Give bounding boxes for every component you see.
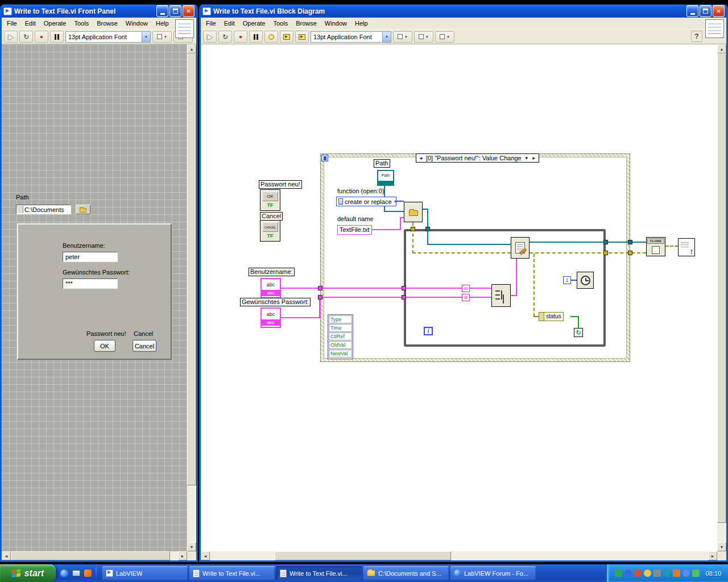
wire-string[interactable] xyxy=(400,217,401,230)
tray-icon[interactable] xyxy=(653,569,661,577)
menu-file[interactable]: File xyxy=(3,18,21,28)
string-conversion-node[interactable] xyxy=(462,285,470,292)
previous-case-icon[interactable]: ◄ xyxy=(419,156,423,161)
default-name-label[interactable]: default name xyxy=(337,215,374,222)
scroll-down-button[interactable]: ▼ xyxy=(187,542,196,551)
username-field[interactable]: peter xyxy=(63,252,118,262)
username-terminal-label[interactable]: Benutzername: xyxy=(249,268,295,276)
scroll-up-button[interactable]: ▲ xyxy=(717,44,726,53)
menu-edit[interactable]: Edit xyxy=(220,18,239,28)
menu-edit[interactable]: Edit xyxy=(21,18,40,28)
scroll-thumb[interactable] xyxy=(717,53,726,523)
scroll-up-button[interactable]: ▲ xyxy=(187,44,196,53)
font-dropdown-icon[interactable]: ▼ xyxy=(382,32,391,42)
taskbar-clock[interactable]: 08:10 xyxy=(705,570,721,577)
horizontal-scrollbar[interactable]: ◄ ► xyxy=(2,551,187,560)
scroll-left-button[interactable]: ◄ xyxy=(2,551,11,560)
tray-icon[interactable] xyxy=(644,569,651,577)
wire-string[interactable] xyxy=(281,317,320,318)
event-data-node[interactable]: Type Time CtlRef OldVal NewVal xyxy=(328,314,353,359)
task-button-labview[interactable]: LabVIEW xyxy=(102,566,188,580)
abort-button[interactable]: ● xyxy=(35,31,48,43)
scroll-thumb[interactable] xyxy=(275,551,451,560)
tunnel[interactable] xyxy=(318,286,322,290)
username-string-terminal[interactable]: abc abc xyxy=(260,278,281,298)
wire-string[interactable] xyxy=(400,217,404,218)
vi-icon-thumbnail[interactable] xyxy=(705,19,724,38)
wire-error[interactable] xyxy=(665,246,678,247)
tunnel[interactable] xyxy=(402,286,406,290)
menu-operate[interactable]: Operate xyxy=(239,18,270,28)
run-continuous-button[interactable]: ↻ xyxy=(19,31,33,43)
browse-button[interactable] xyxy=(76,205,90,214)
menu-operate[interactable]: Operate xyxy=(40,18,71,28)
pause-button[interactable] xyxy=(249,31,263,43)
step-over-button[interactable] xyxy=(295,31,309,43)
wire-refnum[interactable] xyxy=(427,244,511,245)
font-dropdown-icon[interactable]: ▼ xyxy=(142,32,150,42)
open-create-replace-file-node[interactable] xyxy=(404,202,423,222)
wire-string[interactable] xyxy=(470,297,491,298)
wait-constant[interactable]: 1 xyxy=(563,276,571,284)
tunnel[interactable] xyxy=(628,240,632,244)
event-timeout-terminal[interactable] xyxy=(321,155,328,161)
menu-help[interactable]: Help xyxy=(152,18,173,28)
highlight-execution-button[interactable] xyxy=(264,31,278,43)
show-desktop-icon[interactable] xyxy=(72,570,80,576)
path-label[interactable]: Path xyxy=(16,194,29,201)
scroll-left-button[interactable]: ◄ xyxy=(201,551,210,560)
menu-help[interactable]: Help xyxy=(351,18,372,28)
vertical-scrollbar[interactable]: ▲ ▼ xyxy=(717,44,726,551)
next-case-icon[interactable]: ► xyxy=(532,156,536,161)
distribute-objects-dropdown[interactable]: ▼ xyxy=(414,31,433,43)
menu-browse[interactable]: Browse xyxy=(292,18,321,28)
password-field[interactable]: *** xyxy=(63,278,118,289)
wire-string[interactable] xyxy=(470,288,491,289)
vertical-scrollbar[interactable]: ▲ ▼ xyxy=(187,44,196,551)
iteration-terminal[interactable]: i xyxy=(424,327,433,335)
task-button-front-panel[interactable]: Write to Text File.vi... xyxy=(189,566,275,580)
tunnel[interactable] xyxy=(411,227,415,231)
cancel-button-terminal[interactable]: CANCEL TF xyxy=(260,220,280,242)
menu-browse[interactable]: Browse xyxy=(93,18,122,28)
wire-string[interactable] xyxy=(371,229,401,230)
context-help-button[interactable]: ? xyxy=(691,31,702,42)
wait-ms-node[interactable] xyxy=(577,272,594,289)
enum-dropdown-icon[interactable]: ▼ xyxy=(394,199,398,203)
wire-error[interactable] xyxy=(533,316,539,317)
close-button[interactable]: × xyxy=(713,5,725,17)
wire-string[interactable] xyxy=(281,288,463,289)
task-button-explorer[interactable]: C:\Documents and S... xyxy=(363,566,449,580)
unbundle-status-node[interactable]: status xyxy=(539,312,564,321)
function-label[interactable]: function (open:0) xyxy=(337,188,384,194)
menu-window[interactable]: Window xyxy=(122,18,152,28)
path-control[interactable]: C:\Documents xyxy=(16,205,71,214)
front-panel-titlebar[interactable]: Write to Text File.vi Front Panel × xyxy=(2,5,196,18)
abort-button[interactable]: ● xyxy=(234,31,247,43)
tray-icon[interactable] xyxy=(692,569,700,577)
tray-icon[interactable] xyxy=(663,569,671,577)
minimize-button[interactable] xyxy=(156,5,168,17)
cancel-button[interactable]: Cancel xyxy=(133,340,156,352)
run-button[interactable]: ▶ xyxy=(203,31,217,43)
path-terminal-label[interactable]: Path xyxy=(374,159,390,168)
font-selector[interactable]: 13pt Application Font ▼ xyxy=(65,31,151,43)
horizontal-scrollbar[interactable]: ◄ ► xyxy=(201,551,717,560)
font-selector[interactable]: 13pt Application Font ▼ xyxy=(311,31,391,43)
task-button-block-diagram[interactable]: Write to Text File.vi... xyxy=(276,566,362,580)
scroll-thumb[interactable] xyxy=(187,53,196,485)
run-button[interactable]: ▶ xyxy=(4,31,18,43)
enum-selector-icon[interactable] xyxy=(338,198,343,205)
align-objects-dropdown[interactable]: ▼ xyxy=(152,31,172,43)
tray-icon[interactable] xyxy=(673,569,680,577)
function-enum-constant[interactable]: create or replace ▼ xyxy=(336,197,396,206)
tunnel[interactable] xyxy=(603,240,608,244)
scroll-down-button[interactable]: ▼ xyxy=(717,542,726,551)
loop-condition-terminal[interactable]: ↻ xyxy=(574,328,583,337)
tray-icon[interactable] xyxy=(624,569,632,577)
tray-icon[interactable] xyxy=(634,569,642,577)
tray-icon[interactable] xyxy=(615,569,622,577)
tunnel[interactable] xyxy=(425,227,430,231)
tray-icon[interactable] xyxy=(682,569,690,577)
cancel-terminal-label[interactable]: Cancel xyxy=(260,212,283,221)
